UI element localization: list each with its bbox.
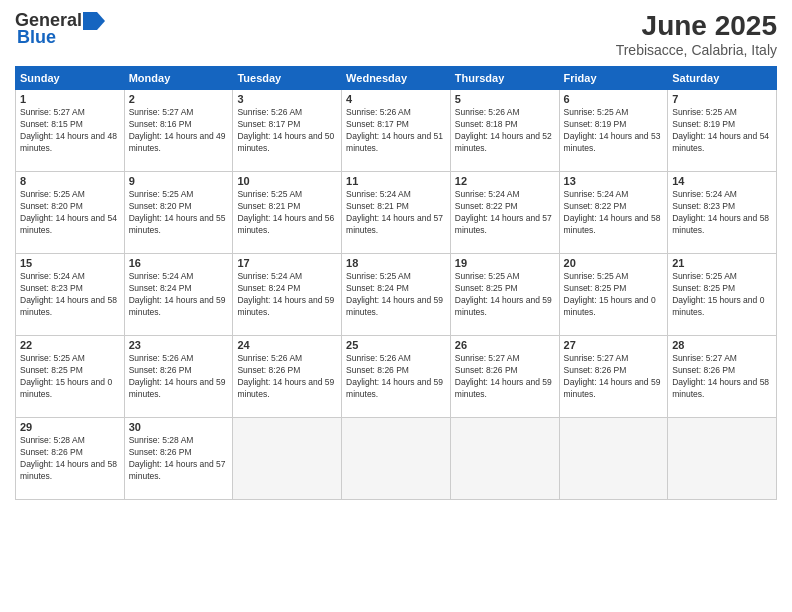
table-row: 19 Sunrise: 5:25 AM Sunset: 8:25 PM Dayl… (450, 254, 559, 336)
col-thursday: Thursday (450, 67, 559, 90)
sunset-label: Sunset: 8:20 PM (20, 201, 83, 211)
day-number: 1 (20, 93, 120, 105)
table-row: 15 Sunrise: 5:24 AM Sunset: 8:23 PM Dayl… (16, 254, 125, 336)
sunrise-label: Sunrise: 5:26 AM (346, 353, 411, 363)
calendar-week-row: 8 Sunrise: 5:25 AM Sunset: 8:20 PM Dayli… (16, 172, 777, 254)
table-row: 13 Sunrise: 5:24 AM Sunset: 8:22 PM Dayl… (559, 172, 668, 254)
cell-info: Sunrise: 5:25 AM Sunset: 8:21 PM Dayligh… (237, 189, 337, 237)
day-number: 4 (346, 93, 446, 105)
daylight-label: Daylight: 14 hours and 59 minutes. (346, 295, 443, 317)
daylight-label: Daylight: 14 hours and 59 minutes. (564, 377, 661, 399)
day-number: 8 (20, 175, 120, 187)
sunset-label: Sunset: 8:22 PM (455, 201, 518, 211)
daylight-label: Daylight: 15 hours and 0 minutes. (672, 295, 764, 317)
daylight-label: Daylight: 14 hours and 57 minutes. (129, 459, 226, 481)
day-number: 13 (564, 175, 664, 187)
sunrise-label: Sunrise: 5:26 AM (455, 107, 520, 117)
sunrise-label: Sunrise: 5:24 AM (564, 189, 629, 199)
day-number: 18 (346, 257, 446, 269)
daylight-label: Daylight: 14 hours and 59 minutes. (129, 377, 226, 399)
table-row: 24 Sunrise: 5:26 AM Sunset: 8:26 PM Dayl… (233, 336, 342, 418)
table-row: 22 Sunrise: 5:25 AM Sunset: 8:25 PM Dayl… (16, 336, 125, 418)
sunset-label: Sunset: 8:25 PM (564, 283, 627, 293)
sunset-label: Sunset: 8:26 PM (129, 365, 192, 375)
sunset-label: Sunset: 8:26 PM (237, 365, 300, 375)
logo-blue: Blue (17, 27, 56, 48)
table-row: 1 Sunrise: 5:27 AM Sunset: 8:15 PM Dayli… (16, 90, 125, 172)
table-row: 27 Sunrise: 5:27 AM Sunset: 8:26 PM Dayl… (559, 336, 668, 418)
cell-info: Sunrise: 5:25 AM Sunset: 8:20 PM Dayligh… (20, 189, 120, 237)
sunrise-label: Sunrise: 5:25 AM (672, 107, 737, 117)
sunrise-label: Sunrise: 5:25 AM (129, 189, 194, 199)
cell-info: Sunrise: 5:26 AM Sunset: 8:26 PM Dayligh… (129, 353, 229, 401)
daylight-label: Daylight: 14 hours and 55 minutes. (129, 213, 226, 235)
cell-info: Sunrise: 5:26 AM Sunset: 8:26 PM Dayligh… (237, 353, 337, 401)
table-row: 11 Sunrise: 5:24 AM Sunset: 8:21 PM Dayl… (342, 172, 451, 254)
daylight-label: Daylight: 14 hours and 59 minutes. (346, 377, 443, 399)
sunrise-label: Sunrise: 5:24 AM (455, 189, 520, 199)
table-row: 20 Sunrise: 5:25 AM Sunset: 8:25 PM Dayl… (559, 254, 668, 336)
cell-info: Sunrise: 5:28 AM Sunset: 8:26 PM Dayligh… (129, 435, 229, 483)
table-row: 23 Sunrise: 5:26 AM Sunset: 8:26 PM Dayl… (124, 336, 233, 418)
day-number: 29 (20, 421, 120, 433)
cell-info: Sunrise: 5:24 AM Sunset: 8:24 PM Dayligh… (237, 271, 337, 319)
table-row: 25 Sunrise: 5:26 AM Sunset: 8:26 PM Dayl… (342, 336, 451, 418)
table-row: 29 Sunrise: 5:28 AM Sunset: 8:26 PM Dayl… (16, 418, 125, 500)
sunrise-label: Sunrise: 5:27 AM (129, 107, 194, 117)
day-number: 23 (129, 339, 229, 351)
location: Trebisacce, Calabria, Italy (616, 42, 777, 58)
cell-info: Sunrise: 5:24 AM Sunset: 8:22 PM Dayligh… (564, 189, 664, 237)
table-row (342, 418, 451, 500)
sunset-label: Sunset: 8:24 PM (346, 283, 409, 293)
table-row: 4 Sunrise: 5:26 AM Sunset: 8:17 PM Dayli… (342, 90, 451, 172)
col-saturday: Saturday (668, 67, 777, 90)
cell-info: Sunrise: 5:26 AM Sunset: 8:17 PM Dayligh… (346, 107, 446, 155)
cell-info: Sunrise: 5:24 AM Sunset: 8:22 PM Dayligh… (455, 189, 555, 237)
table-row: 21 Sunrise: 5:25 AM Sunset: 8:25 PM Dayl… (668, 254, 777, 336)
cell-info: Sunrise: 5:25 AM Sunset: 8:24 PM Dayligh… (346, 271, 446, 319)
day-number: 15 (20, 257, 120, 269)
table-row: 5 Sunrise: 5:26 AM Sunset: 8:18 PM Dayli… (450, 90, 559, 172)
table-row: 18 Sunrise: 5:25 AM Sunset: 8:24 PM Dayl… (342, 254, 451, 336)
sunrise-label: Sunrise: 5:25 AM (346, 271, 411, 281)
day-number: 20 (564, 257, 664, 269)
sunrise-label: Sunrise: 5:25 AM (564, 107, 629, 117)
daylight-label: Daylight: 14 hours and 57 minutes. (455, 213, 552, 235)
daylight-label: Daylight: 14 hours and 54 minutes. (20, 213, 117, 235)
sunset-label: Sunset: 8:22 PM (564, 201, 627, 211)
daylight-label: Daylight: 14 hours and 59 minutes. (455, 377, 552, 399)
sunset-label: Sunset: 8:24 PM (129, 283, 192, 293)
table-row: 26 Sunrise: 5:27 AM Sunset: 8:26 PM Dayl… (450, 336, 559, 418)
cell-info: Sunrise: 5:25 AM Sunset: 8:25 PM Dayligh… (20, 353, 120, 401)
sunrise-label: Sunrise: 5:26 AM (129, 353, 194, 363)
sunrise-label: Sunrise: 5:24 AM (237, 271, 302, 281)
sunrise-label: Sunrise: 5:27 AM (672, 353, 737, 363)
sunset-label: Sunset: 8:24 PM (237, 283, 300, 293)
day-number: 25 (346, 339, 446, 351)
sunrise-label: Sunrise: 5:25 AM (20, 189, 85, 199)
sunset-label: Sunset: 8:25 PM (20, 365, 83, 375)
cell-info: Sunrise: 5:27 AM Sunset: 8:26 PM Dayligh… (455, 353, 555, 401)
table-row: 8 Sunrise: 5:25 AM Sunset: 8:20 PM Dayli… (16, 172, 125, 254)
sunrise-label: Sunrise: 5:24 AM (129, 271, 194, 281)
sunset-label: Sunset: 8:26 PM (20, 447, 83, 457)
sunset-label: Sunset: 8:15 PM (20, 119, 83, 129)
col-tuesday: Tuesday (233, 67, 342, 90)
cell-info: Sunrise: 5:24 AM Sunset: 8:23 PM Dayligh… (20, 271, 120, 319)
daylight-label: Daylight: 14 hours and 59 minutes. (455, 295, 552, 317)
sunrise-label: Sunrise: 5:24 AM (672, 189, 737, 199)
sunset-label: Sunset: 8:23 PM (672, 201, 735, 211)
sunset-label: Sunset: 8:18 PM (455, 119, 518, 129)
calendar-week-row: 15 Sunrise: 5:24 AM Sunset: 8:23 PM Dayl… (16, 254, 777, 336)
table-row: 2 Sunrise: 5:27 AM Sunset: 8:16 PM Dayli… (124, 90, 233, 172)
table-row (668, 418, 777, 500)
daylight-label: Daylight: 14 hours and 58 minutes. (20, 459, 117, 481)
day-number: 19 (455, 257, 555, 269)
day-number: 27 (564, 339, 664, 351)
calendar-week-row: 22 Sunrise: 5:25 AM Sunset: 8:25 PM Dayl… (16, 336, 777, 418)
svg-marker-0 (83, 12, 105, 30)
day-number: 14 (672, 175, 772, 187)
calendar-header-row: Sunday Monday Tuesday Wednesday Thursday… (16, 67, 777, 90)
day-number: 5 (455, 93, 555, 105)
cell-info: Sunrise: 5:25 AM Sunset: 8:19 PM Dayligh… (564, 107, 664, 155)
